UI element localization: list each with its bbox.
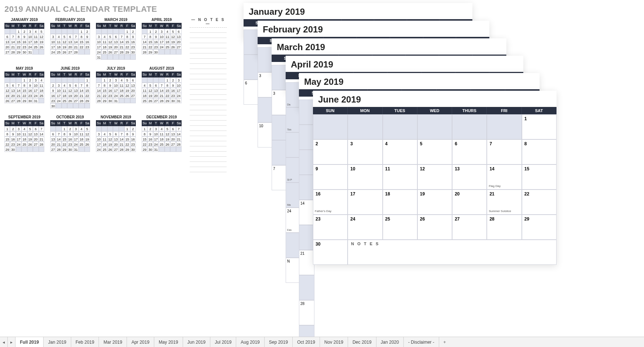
notes-line[interactable] xyxy=(190,152,227,157)
mini-month: JUNE 2019SuMTWRFSa1234567891011121314151… xyxy=(50,66,90,108)
notes-line[interactable] xyxy=(190,100,227,105)
add-sheet-button[interactable]: + xyxy=(439,337,450,347)
mini-day-cell: 14 xyxy=(73,39,79,44)
tab-prev-icon[interactable]: ◂ xyxy=(0,337,8,347)
month-day-cell[interactable]: 27 xyxy=(452,215,487,240)
mini-day-cell: 6 xyxy=(73,83,79,88)
mini-day-cell: 24 xyxy=(73,142,79,147)
month-day-cell[interactable]: 14Flag Day xyxy=(487,164,521,190)
notes-line[interactable] xyxy=(190,84,227,90)
month-day-cell[interactable]: 25 xyxy=(383,215,417,240)
notes-line[interactable] xyxy=(190,43,227,48)
sheet-tab[interactable]: - Disclaimer - xyxy=(404,337,439,347)
sheet-tab[interactable]: Dec 2019 xyxy=(348,337,376,347)
notes-line[interactable] xyxy=(190,110,227,115)
notes-line[interactable] xyxy=(190,38,227,43)
mini-dow: T xyxy=(153,72,159,77)
month-day-cell[interactable]: 5 xyxy=(417,139,452,164)
sheet-tab[interactable]: Jan 2020 xyxy=(376,337,404,347)
month-day-cell[interactable] xyxy=(348,114,382,139)
month-day-cell[interactable]: 4 xyxy=(383,139,417,164)
month-day-cell[interactable]: 28 xyxy=(487,215,521,240)
month-day-cell[interactable]: 6 xyxy=(452,139,487,164)
notes-line[interactable] xyxy=(190,69,227,74)
notes-line[interactable] xyxy=(190,157,227,162)
notes-line[interactable] xyxy=(190,59,227,64)
month-day-cell[interactable]: 7 xyxy=(487,139,521,164)
month-day-cell[interactable]: 13 xyxy=(452,164,487,190)
notes-line[interactable] xyxy=(190,74,227,79)
notes-line[interactable] xyxy=(190,79,227,84)
notes-line[interactable] xyxy=(190,141,227,146)
month-day-cell[interactable]: 15 xyxy=(522,164,557,190)
mini-day-cell: 2 xyxy=(27,77,33,83)
mini-dow: Su xyxy=(4,120,10,126)
notes-line[interactable] xyxy=(190,48,227,53)
mini-day-cell: 24 xyxy=(27,44,33,49)
sheet-tab[interactable]: Sep 2019 xyxy=(265,337,293,347)
sheet-tab[interactable]: Nov 2019 xyxy=(320,337,348,347)
sheet-tab[interactable]: Mar 2019 xyxy=(99,337,127,347)
notes-line[interactable] xyxy=(190,90,227,95)
notes-line[interactable] xyxy=(190,64,227,69)
mini-dow: T xyxy=(107,72,113,77)
month-day-cell[interactable] xyxy=(383,114,417,139)
notes-line[interactable] xyxy=(190,146,227,152)
month-day-cell[interactable]: 3 xyxy=(348,139,382,164)
month-day-cell[interactable] xyxy=(487,114,521,139)
notes-line[interactable] xyxy=(190,121,227,126)
mini-day-cell: 12 xyxy=(39,34,44,39)
sheet-tab[interactable]: Aug 2019 xyxy=(236,337,264,347)
month-day-cell[interactable]: 11 xyxy=(383,164,417,190)
sheet-tab[interactable]: Feb 2019 xyxy=(71,337,99,347)
month-day-cell[interactable]: 23 xyxy=(313,215,348,240)
notes-line[interactable] xyxy=(190,115,227,121)
month-day-cell[interactable]: 21Summer Solstice xyxy=(487,190,521,215)
mini-day-cell: 5 xyxy=(62,34,67,39)
notes-line[interactable] xyxy=(190,126,227,131)
notes-line[interactable] xyxy=(190,136,227,141)
mini-day-cell: 26 xyxy=(67,98,73,103)
notes-line[interactable] xyxy=(190,28,227,33)
notes-line[interactable] xyxy=(190,95,227,100)
notes-line[interactable] xyxy=(190,162,227,167)
peek-cell xyxy=(272,115,287,140)
month-day-cell[interactable]: 19 xyxy=(417,190,452,215)
notes-line[interactable] xyxy=(190,105,227,110)
month-day-cell[interactable]: 16Father's Day xyxy=(313,190,348,215)
sheet-tab[interactable]: Full 2019 xyxy=(16,337,44,347)
tab-next-icon[interactable]: ▸ xyxy=(8,337,16,347)
month-day-cell[interactable]: 24 xyxy=(348,215,382,240)
month-notes-area[interactable]: N O T E S xyxy=(348,240,557,265)
month-day-cell[interactable] xyxy=(313,114,348,139)
sheet-tab[interactable]: Jan 2019 xyxy=(44,337,71,347)
month-day-cell[interactable]: 9 xyxy=(313,164,348,190)
month-day-cell[interactable]: 8 xyxy=(522,139,557,164)
month-day-cell[interactable]: 18 xyxy=(383,190,417,215)
month-day-cell[interactable] xyxy=(452,114,487,139)
month-day-cell[interactable]: 22 xyxy=(522,190,557,215)
notes-line[interactable] xyxy=(190,131,227,136)
sheet-tab[interactable]: Jul 2019 xyxy=(210,337,236,347)
month-day-cell[interactable]: 10 xyxy=(348,164,382,190)
sheet-tab[interactable]: Apr 2019 xyxy=(127,337,154,347)
month-day-cell[interactable]: 29 xyxy=(522,215,557,240)
month-day-cell[interactable]: 26 xyxy=(417,215,452,240)
month-day-cell[interactable]: 1 xyxy=(522,114,557,139)
mini-day-cell: 15 xyxy=(147,39,153,44)
sheet-tab[interactable]: May 2019 xyxy=(154,337,183,347)
month-day-cell[interactable] xyxy=(417,114,452,139)
month-day-cell[interactable]: 30 xyxy=(313,240,348,265)
notes-line[interactable] xyxy=(190,167,227,172)
mini-day-cell: 21 xyxy=(159,93,164,98)
month-day-cell[interactable]: 2 xyxy=(313,139,348,164)
mini-day-cell xyxy=(85,49,90,55)
notes-line[interactable] xyxy=(190,33,227,38)
notes-line[interactable] xyxy=(190,53,227,59)
sheet-tab[interactable]: Oct 2019 xyxy=(293,337,320,347)
month-day-cell[interactable]: 12 xyxy=(417,164,452,190)
sheet-tab[interactable]: Jun 2019 xyxy=(183,337,210,347)
mini-day-cell: 25 xyxy=(142,98,147,103)
month-day-cell[interactable]: 17 xyxy=(348,190,382,215)
month-day-cell[interactable]: 20 xyxy=(452,190,487,215)
